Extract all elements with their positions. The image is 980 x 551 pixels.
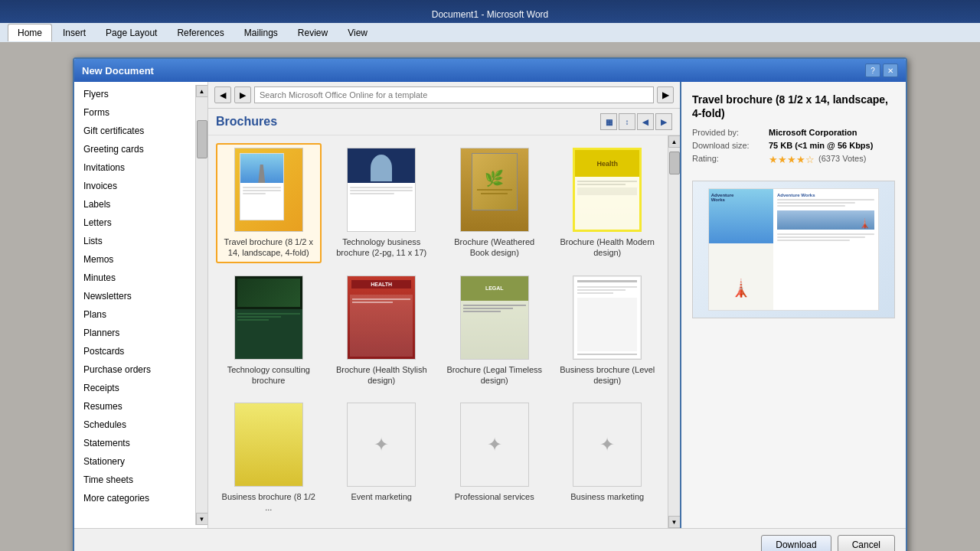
template-health-modern[interactable]: Health Brochure (Health Modern des (555, 143, 661, 263)
template-thumb-legal: LEGAL (460, 276, 529, 360)
close-button[interactable]: ✕ (883, 64, 898, 77)
template-tech-consulting[interactable]: Technology consulting brochure (216, 271, 322, 391)
sidebar: Flyers Forms Gift certificates Greeting … (74, 82, 208, 528)
back-button[interactable]: ◀ (214, 86, 231, 103)
sidebar-item-greeting-cards[interactable]: Greeting cards (74, 140, 195, 158)
sidebar-item-forms[interactable]: Forms (74, 103, 195, 122)
sidebar-item-purchase-orders[interactable]: Purchase orders (74, 360, 195, 379)
template-business-level[interactable]: Business brochure (Level design) (555, 271, 661, 391)
tab-mailings[interactable]: Mailings (235, 24, 287, 41)
content-scroll-down[interactable]: ▼ (668, 516, 681, 528)
template-thumb-business-marketing: ✦ (573, 403, 642, 487)
sidebar-item-resumes[interactable]: Resumes (74, 397, 195, 416)
template-label-travel: Travel brochure (8 1/2 x 14, landscape, … (220, 236, 317, 259)
view-next-btn[interactable]: ▶ (655, 113, 672, 130)
template-event-marketing[interactable]: ✦ Event marketing (329, 398, 435, 518)
view-grid-btn[interactable]: ▦ (600, 113, 617, 130)
tab-view[interactable]: View (338, 24, 377, 41)
download-button[interactable]: Download (761, 535, 831, 551)
sidebar-item-invoices[interactable]: Invoices (74, 177, 195, 195)
template-preview: 🗼 AdventureWorks Adventure Works 🗼 (692, 181, 895, 318)
sidebar-item-schedules[interactable]: Schedules (74, 416, 195, 434)
tab-references[interactable]: References (168, 24, 233, 41)
sidebar-item-flyers[interactable]: Flyers (74, 85, 195, 103)
sidebar-item-lists[interactable]: Lists (74, 232, 195, 250)
sidebar-item-postcards[interactable]: Postcards (74, 342, 195, 360)
template-professional-services[interactable]: ✦ Professional services (442, 398, 547, 518)
loading-spinner-1: ✦ (374, 434, 389, 455)
template-thumb-tech (347, 148, 416, 232)
sidebar-scrollbar: ▲ ▼ (195, 85, 207, 525)
cancel-button[interactable]: Cancel (838, 535, 895, 551)
view-controls: ▦ ↕ ◀ ▶ (600, 113, 672, 130)
template-health-stylish[interactable]: HEALTH Brochure (Health Stylish design) (329, 271, 435, 391)
template-thumb-event-marketing: ✦ (347, 403, 416, 487)
sidebar-item-receipts[interactable]: Receipts (74, 379, 195, 397)
template-business-half[interactable]: Business brochure (8 1/2 ... (216, 398, 322, 518)
template-label-tech-consult: Technology consulting brochure (220, 364, 317, 386)
sidebar-item-statements[interactable]: Statements (74, 434, 195, 452)
template-label-legal: Brochure (Legal Timeless design) (446, 364, 543, 386)
sidebar-scroll-up-btn[interactable]: ▲ (196, 85, 208, 97)
rating-votes: (6373 Votes) (818, 154, 866, 165)
sidebar-item-plans[interactable]: Plans (74, 305, 195, 324)
template-thumb-business-level (573, 276, 642, 360)
template-thumb-weathered: 🌿 (460, 148, 529, 232)
tab-review[interactable]: Review (289, 24, 337, 41)
template-thumb-health-stylish: HEALTH (347, 276, 416, 360)
tab-insert[interactable]: Insert (54, 24, 95, 41)
rating-label: Rating: (692, 154, 769, 165)
sidebar-item-minutes[interactable]: Minutes (74, 269, 195, 287)
content-scroll-up[interactable]: ▲ (668, 135, 681, 148)
sidebar-item-memos[interactable]: Memos (74, 250, 195, 269)
template-label-business-marketing: Business marketing (570, 491, 644, 502)
sidebar-item-labels[interactable]: Labels (74, 195, 195, 214)
rating-stars: ★★★★☆ (769, 154, 815, 165)
template-label-weathered: Brochure (Weathered Book design) (446, 236, 543, 259)
template-thumb-health-modern: Health (573, 148, 642, 232)
templates-grid: Travel brochure (8 1/2 x 14, landscape, … (208, 135, 668, 528)
sidebar-item-stationery[interactable]: Stationery (74, 452, 195, 471)
rating-row: Rating: ★★★★☆ (6373 Votes) (692, 154, 895, 165)
section-header: Brochures ▦ ↕ ◀ ▶ (208, 109, 680, 135)
dialog-title: New Document (82, 65, 154, 77)
sidebar-item-gift-certificates[interactable]: Gift certificates (74, 122, 195, 140)
template-legal-timeless[interactable]: LEGAL Brochure (Legal Timeless des (442, 271, 547, 391)
template-label-business-level: Business brochure (Level design) (560, 364, 656, 386)
app-title: Document1 - Microsoft Word (432, 9, 549, 20)
forward-button[interactable]: ▶ (234, 86, 251, 103)
download-size-value: 75 KB (<1 min @ 56 Kbps) (769, 141, 873, 150)
sidebar-scroll-down-btn[interactable]: ▼ (196, 513, 208, 525)
template-weathered[interactable]: 🌿 Brochure (Weathered Book design) (442, 143, 547, 263)
download-size-row: Download size: 75 KB (<1 min @ 56 Kbps) (692, 141, 895, 150)
search-bar: ◀ ▶ ▶ (208, 82, 680, 109)
dialog-overlay: New Document ? ✕ Flyers Forms Gift certi… (0, 42, 980, 551)
template-travel-brochure[interactable]: Travel brochure (8 1/2 x 14, landscape, … (216, 143, 322, 263)
template-tech-business[interactable]: Technology business brochure (2-pg, 11 x… (329, 143, 435, 263)
new-document-dialog: New Document ? ✕ Flyers Forms Gift certi… (73, 57, 907, 551)
sidebar-item-planners[interactable]: Planners (74, 324, 195, 342)
view-prev-btn[interactable]: ◀ (637, 113, 654, 130)
ribbon-tabs: Home Insert Page Layout References Maili… (0, 23, 980, 42)
tab-page-layout[interactable]: Page Layout (96, 24, 166, 41)
content-scroll-thumb[interactable] (669, 152, 680, 174)
download-size-label: Download size: (692, 141, 769, 150)
sidebar-item-time-sheets[interactable]: Time sheets (74, 471, 195, 489)
section-title: Brochures (216, 115, 277, 129)
preview-inner: 🗼 AdventureWorks Adventure Works 🗼 (708, 188, 880, 311)
tab-home[interactable]: Home (8, 24, 52, 41)
template-label-event-marketing: Event marketing (351, 491, 412, 502)
template-label-health-modern: Brochure (Health Modern design) (560, 236, 656, 259)
sidebar-scroll-thumb[interactable] (197, 120, 207, 158)
sidebar-item-newsletters[interactable]: Newsletters (74, 287, 195, 305)
sidebar-item-invitations[interactable]: Invitations (74, 158, 195, 177)
sidebar-item-letters[interactable]: Letters (74, 214, 195, 232)
search-go-button[interactable]: ▶ (657, 86, 674, 103)
view-sort-btn[interactable]: ↕ (619, 113, 635, 130)
template-thumb-professional-services: ✦ (460, 403, 529, 487)
search-input[interactable] (254, 86, 654, 103)
help-button[interactable]: ? (865, 64, 880, 77)
template-business-marketing[interactable]: ✦ Business marketing (555, 398, 661, 518)
provided-by-row: Provided by: Microsoft Corporation (692, 128, 895, 137)
sidebar-item-more-categories[interactable]: More categories (74, 489, 195, 507)
